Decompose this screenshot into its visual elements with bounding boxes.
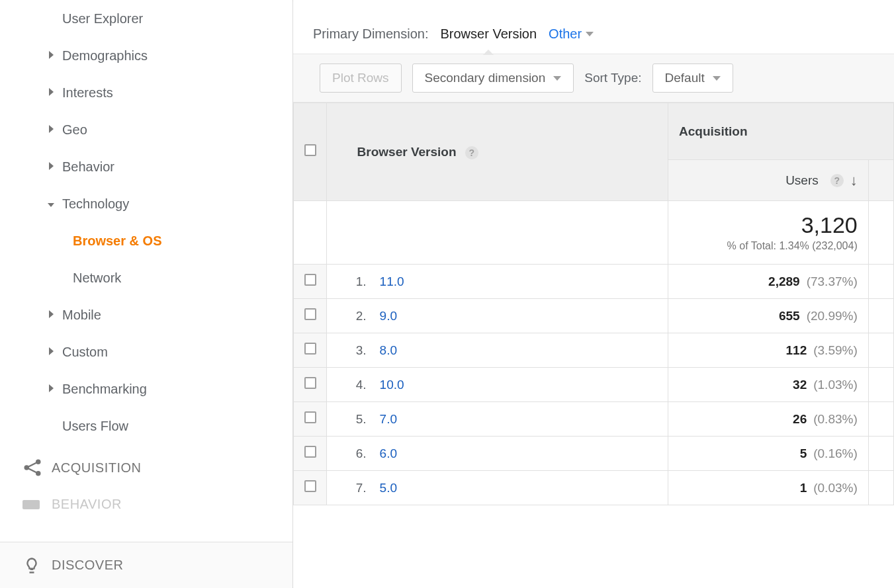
caret-right-icon xyxy=(40,347,62,357)
row-checkbox[interactable] xyxy=(294,437,327,471)
nav-label: Mobile xyxy=(62,308,292,323)
caret-right-icon xyxy=(40,384,62,394)
nav-label: Network xyxy=(73,271,292,286)
row-number: 3. xyxy=(351,343,367,358)
nav-interests[interactable]: Interests xyxy=(0,74,292,111)
acquisition-icon xyxy=(22,458,52,478)
table-row: 2.9.0 655(20.99%) xyxy=(294,299,894,333)
section-behavior[interactable]: BEHAVIOR xyxy=(0,491,292,517)
secondary-dimension-label: Secondary dimension xyxy=(425,71,546,85)
caret-down-icon xyxy=(713,76,721,81)
section-discover[interactable]: DISCOVER xyxy=(0,542,292,588)
nav-label: Technology xyxy=(62,196,292,212)
dimension-link[interactable]: 10.0 xyxy=(380,378,404,392)
table-row: 4.10.0 32(1.03%) xyxy=(294,368,894,402)
row-checkbox[interactable] xyxy=(294,333,327,368)
users-header[interactable]: Users ? ↓ xyxy=(668,160,869,201)
table-row: 1.11.0 2,289(73.37%) xyxy=(294,265,894,299)
row-number: 1. xyxy=(351,274,367,289)
caret-right-icon xyxy=(40,161,62,172)
nav-behavior[interactable]: Behavior xyxy=(0,148,292,185)
nav-label: Benchmarking xyxy=(62,382,292,397)
primary-dimension-label: Primary Dimension: xyxy=(313,26,428,42)
help-icon[interactable]: ? xyxy=(465,146,478,159)
users-pct: (1.03%) xyxy=(813,378,858,392)
nav-network[interactable]: Network xyxy=(0,259,292,296)
acquisition-header: Acquisition xyxy=(668,103,894,160)
sort-type-label: Sort Type: xyxy=(584,71,641,85)
svg-rect-3 xyxy=(22,500,40,509)
primary-dimension-other[interactable]: Other xyxy=(549,26,594,42)
secondary-dimension-select[interactable]: Secondary dimension xyxy=(412,63,574,93)
checkbox-icon xyxy=(304,480,316,492)
dimension-link[interactable]: 5.0 xyxy=(380,481,397,495)
row-number: 4. xyxy=(351,378,367,392)
behavior-icon xyxy=(22,497,52,511)
nav-browser-os[interactable]: Browser & OS xyxy=(0,222,292,259)
users-value: 5 xyxy=(800,446,807,460)
checkbox-icon xyxy=(304,377,316,389)
checkbox-icon xyxy=(304,308,316,320)
summary-users-total: 3,120 xyxy=(679,213,858,237)
sidebar: User Explorer Demographics Interests Geo… xyxy=(0,0,293,588)
dimension-header[interactable]: Browser Version ? xyxy=(326,103,668,201)
nav-label: Browser & OS xyxy=(73,233,292,249)
table-toolbar: Plot Rows Secondary dimension Sort Type:… xyxy=(293,54,894,103)
dimension-link[interactable]: 9.0 xyxy=(380,309,397,323)
caret-down-icon xyxy=(553,76,561,81)
row-checkbox[interactable] xyxy=(294,265,327,299)
other-label: Other xyxy=(549,26,582,42)
dimension-link[interactable]: 6.0 xyxy=(380,446,397,461)
checkbox-icon xyxy=(304,274,316,286)
checkbox-icon xyxy=(304,411,316,423)
nav-geo[interactable]: Geo xyxy=(0,111,292,148)
nav-label: Interests xyxy=(62,85,292,101)
users-pct: (3.59%) xyxy=(813,343,858,357)
dimension-link[interactable]: 8.0 xyxy=(380,343,397,358)
section-label: BEHAVIOR xyxy=(52,497,122,512)
row-checkbox[interactable] xyxy=(294,471,327,505)
row-number: 7. xyxy=(351,481,367,495)
nav-custom[interactable]: Custom xyxy=(0,333,292,370)
row-checkbox[interactable] xyxy=(294,368,327,402)
nav-demographics[interactable]: Demographics xyxy=(0,37,292,74)
data-table: Browser Version ? Acquisition Users ? ↓ xyxy=(293,103,894,505)
nav-label: Demographics xyxy=(62,48,292,63)
nav-users-flow[interactable]: Users Flow xyxy=(0,407,292,444)
nav-technology[interactable]: Technology xyxy=(0,185,292,222)
row-number: 5. xyxy=(351,412,367,427)
acquisition-header-label: Acquisition xyxy=(679,124,747,138)
sort-type-select[interactable]: Default xyxy=(652,63,733,93)
users-value: 2,289 xyxy=(768,274,800,288)
row-number: 6. xyxy=(351,446,367,461)
checkbox-icon xyxy=(304,144,316,156)
table-row: 5.7.0 26(0.83%) xyxy=(294,402,894,437)
nav-benchmarking[interactable]: Benchmarking xyxy=(0,370,292,407)
help-icon[interactable]: ? xyxy=(830,174,844,187)
primary-dimension-value[interactable]: Browser Version xyxy=(440,26,537,42)
section-acquisition[interactable]: ACQUISITION xyxy=(0,444,292,491)
checkbox-icon xyxy=(304,446,316,458)
sort-desc-icon: ↓ xyxy=(850,172,858,189)
nav-list: User Explorer Demographics Interests Geo… xyxy=(0,0,292,542)
section-label: ACQUISITION xyxy=(52,460,142,476)
dimension-link[interactable]: 11.0 xyxy=(380,274,404,289)
users-value: 655 xyxy=(779,309,800,323)
caret-right-icon xyxy=(40,124,62,135)
row-checkbox[interactable] xyxy=(294,299,327,333)
nav-label: Geo xyxy=(62,122,292,138)
main-content: Primary Dimension: Browser Version Other… xyxy=(293,0,894,588)
summary-users-cell: 3,120 % of Total: 1.34% (232,004) xyxy=(668,201,869,265)
nav-mobile[interactable]: Mobile xyxy=(0,296,292,333)
select-all-header[interactable] xyxy=(294,103,327,201)
checkbox-icon xyxy=(304,343,316,355)
nav-label: Users Flow xyxy=(62,419,292,434)
users-value: 1 xyxy=(800,481,807,495)
row-checkbox[interactable] xyxy=(294,402,327,437)
extra-header xyxy=(868,160,893,201)
dimension-link[interactable]: 7.0 xyxy=(380,412,397,427)
nav-user-explorer[interactable]: User Explorer xyxy=(0,0,292,37)
users-pct: (0.03%) xyxy=(813,481,858,495)
primary-dimension-row: Primary Dimension: Browser Version Other xyxy=(293,0,894,54)
caret-right-icon xyxy=(40,310,62,320)
